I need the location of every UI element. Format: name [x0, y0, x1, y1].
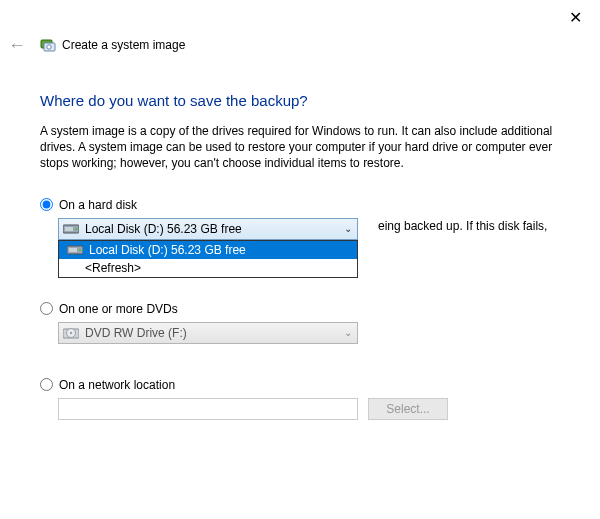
- svg-point-5: [75, 228, 77, 230]
- system-image-icon: [40, 37, 56, 53]
- label-hard-disk: On a hard disk: [59, 198, 137, 212]
- dropdown-item-local-disk[interactable]: Local Disk (D:) 56.23 GB free: [59, 241, 357, 259]
- hard-drive-icon: [67, 244, 83, 256]
- network-path-input[interactable]: [58, 398, 358, 420]
- page-description: A system image is a copy of the drives r…: [40, 123, 560, 172]
- svg-rect-7: [69, 248, 77, 252]
- hard-drive-icon: [63, 223, 79, 235]
- radio-dvd[interactable]: [40, 302, 53, 315]
- wizard-title: Create a system image: [62, 38, 185, 52]
- radio-network[interactable]: [40, 378, 53, 391]
- radio-hard-disk[interactable]: [40, 198, 53, 211]
- svg-point-8: [79, 249, 81, 251]
- hard-disk-dropdown-list: Local Disk (D:) 56.23 GB free <Refresh>: [58, 240, 358, 278]
- page-heading: Where do you want to save the backup?: [40, 92, 560, 109]
- content-area: Where do you want to save the backup? A …: [40, 80, 560, 440]
- label-dvd: On one or more DVDs: [59, 302, 178, 316]
- dvd-selected-text: DVD RW Drive (F:): [85, 326, 339, 340]
- dropdown-item-refresh[interactable]: <Refresh>: [59, 259, 357, 277]
- header-bar: ← Create a system image: [8, 36, 592, 54]
- option-network: On a network location Select...: [40, 378, 560, 420]
- hard-disk-selected-text: Local Disk (D:) 56.23 GB free: [85, 222, 339, 236]
- svg-rect-4: [65, 227, 73, 231]
- dropdown-item-label: Local Disk (D:) 56.23 GB free: [89, 243, 246, 257]
- dvd-dropdown[interactable]: DVD RW Drive (F:) ⌄: [58, 322, 358, 344]
- label-network: On a network location: [59, 378, 175, 392]
- close-button[interactable]: ✕: [561, 4, 590, 31]
- dvd-drive-icon: [63, 325, 79, 341]
- dropdown-refresh-label: <Refresh>: [85, 261, 141, 275]
- hard-disk-dropdown[interactable]: Local Disk (D:) 56.23 GB free ⌄ Local Di…: [58, 218, 358, 240]
- option-dvd: On one or more DVDs DVD RW Drive (F:) ⌄: [40, 302, 560, 344]
- svg-point-11: [70, 331, 72, 333]
- back-arrow-icon[interactable]: ←: [8, 36, 26, 54]
- svg-point-2: [47, 45, 51, 49]
- chevron-down-icon: ⌄: [339, 223, 357, 234]
- hard-disk-warning-text: eing backed up. If this disk fails,: [378, 218, 588, 234]
- chevron-down-icon: ⌄: [339, 327, 357, 338]
- select-button: Select...: [368, 398, 448, 420]
- option-hard-disk: On a hard disk Local Disk (D:) 56.23 GB …: [40, 198, 560, 240]
